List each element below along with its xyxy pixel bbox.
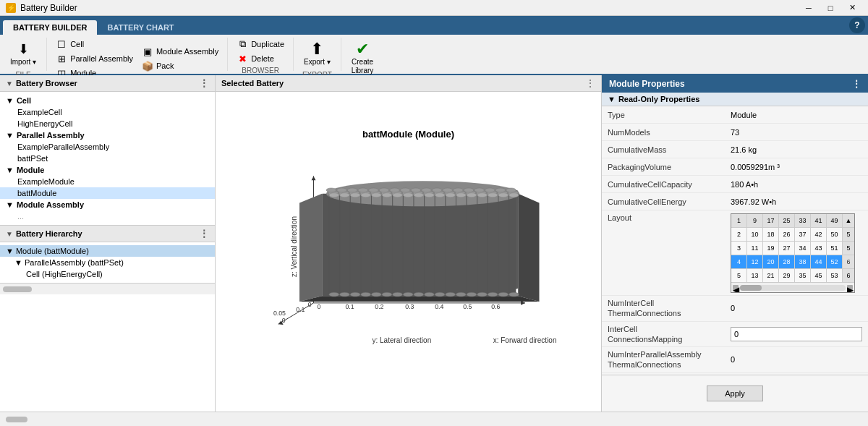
duplicate-label: Duplicate bbox=[251, 40, 284, 48]
tree-section-module[interactable]: ▼ Module bbox=[0, 164, 215, 176]
nummodels-value: 73 bbox=[731, 128, 862, 137]
tree-section-cell[interactable]: ▼ Cell bbox=[0, 95, 215, 106]
module-assembly-button[interactable]: ▣ Module Assembly bbox=[139, 45, 221, 58]
battery-browser-menu[interactable]: ⋮ bbox=[199, 77, 209, 89]
type-value: Module bbox=[731, 111, 862, 119]
export-button[interactable]: ⬆ Export ▾ bbox=[299, 38, 335, 69]
cell-button[interactable]: ☐ Cell bbox=[53, 38, 136, 51]
duplicate-button[interactable]: ⧉ Duplicate bbox=[234, 38, 287, 51]
delete-label: Delete bbox=[251, 54, 274, 63]
center-panel-menu[interactable]: ⋮ bbox=[585, 77, 595, 89]
num-interparallel-thermal-label: NumInterParallelAssemblyThermalConnectio… bbox=[608, 349, 731, 370]
prop-num-interparallel-thermal: NumInterParallelAssemblyThermalConnectio… bbox=[602, 347, 868, 373]
battery-svg: 0.05 0 0 0.1 0.2 0.3 0.4 0.5 0.6 0 0.05 bbox=[271, 145, 553, 341]
cell-icon: ☐ bbox=[56, 38, 67, 50]
parallel-assembly-section-arrow: ▼ bbox=[6, 131, 14, 140]
window-controls: ─ □ ✕ bbox=[799, 0, 862, 16]
intercell-mapping-label: InterCellConnectionsMapping bbox=[608, 324, 731, 345]
battery-hierarchy-header: ▼ Battery Hierarchy ⋮ bbox=[0, 226, 215, 242]
tree-section-module-assembly[interactable]: ▼ Module Assembly bbox=[0, 199, 215, 210]
cumulative-mass-value: 21.6 kg bbox=[731, 145, 862, 154]
tab-battery-chart[interactable]: BATTERY CHART bbox=[97, 20, 184, 35]
browser-collapse-arrow[interactable]: ▼ bbox=[6, 80, 13, 88]
left-panel: ▼ Battery Browser ⋮ ▼ Cell ExampleCell H… bbox=[0, 75, 216, 412]
svg-point-54 bbox=[485, 188, 495, 192]
import-button[interactable]: ⬇ Import ▾ bbox=[6, 38, 41, 69]
nummodels-label: NumModels bbox=[608, 128, 731, 137]
tab-battery-builder[interactable]: BATTERY BUILDER bbox=[3, 20, 97, 35]
svg-point-94 bbox=[339, 292, 349, 297]
tree-section-parallel-assembly[interactable]: ▼ Parallel Assembly bbox=[0, 129, 215, 141]
properties-scroll-area[interactable]: ▼ Read-Only Properties Type Module NumMo… bbox=[602, 93, 868, 375]
svg-point-81 bbox=[392, 193, 402, 197]
prop-cell-capacity: CumulativeCellCapacity 180 A•h bbox=[602, 176, 868, 193]
pack-button[interactable]: 📦 Pack bbox=[139, 59, 221, 72]
svg-point-82 bbox=[403, 193, 413, 197]
hier-item-parallel-assembly[interactable]: ▼ ParallelAssembly (battPSet) bbox=[0, 257, 215, 268]
tree-item-example-cell[interactable]: ExampleCell bbox=[0, 106, 215, 118]
svg-point-41 bbox=[347, 188, 357, 192]
selected-battery-tab[interactable]: Selected Battery bbox=[221, 79, 284, 88]
packaging-volume-label: PackagingVolume bbox=[608, 163, 731, 171]
apply-button[interactable]: Apply bbox=[707, 385, 763, 401]
svg-point-45 bbox=[389, 188, 399, 192]
cell-label: Cell bbox=[70, 40, 84, 48]
svg-point-43 bbox=[368, 188, 378, 192]
svg-point-79 bbox=[371, 193, 381, 197]
apply-section: Apply bbox=[602, 375, 868, 412]
hierarchy-collapse-arrow[interactable]: ▼ bbox=[6, 230, 13, 238]
layout-grid-container: 1 9 17 25 33 41 49 ▲ 2 10 18 bbox=[731, 213, 855, 293]
battery-browser-header: ▼ Battery Browser ⋮ bbox=[0, 75, 215, 92]
svg-point-39 bbox=[326, 188, 336, 192]
svg-text:0: 0 bbox=[317, 303, 320, 310]
tree-item-example-parallel-assembly[interactable]: ExampleParallelAssembly bbox=[0, 141, 215, 153]
parallel-assembly-button[interactable]: ⊞ Parallel Assembly bbox=[53, 52, 136, 65]
status-bar bbox=[0, 412, 868, 426]
type-label: Type bbox=[608, 111, 731, 119]
right-panel-menu[interactable]: ⋮ bbox=[852, 79, 861, 89]
ribbon-group-browser: ⧉ Duplicate ✖ Delete BROWSER bbox=[228, 38, 294, 71]
svg-point-99 bbox=[392, 292, 402, 297]
prop-cell-energy: CumulativeCellEnergy 3967.92 W•h bbox=[602, 193, 868, 210]
help-button[interactable]: ? bbox=[849, 17, 865, 33]
battery-hierarchy-menu[interactable]: ⋮ bbox=[199, 228, 209, 239]
parallel-assembly-section-label: Parallel Assembly bbox=[17, 131, 85, 140]
app-icon: ⚡ bbox=[6, 3, 16, 13]
svg-point-51 bbox=[453, 188, 463, 192]
maximize-button[interactable]: □ bbox=[820, 0, 841, 16]
readonly-section-header: ▼ Read-Only Properties bbox=[602, 93, 868, 106]
prop-packaging-volume: PackagingVolume 0.0059291m ³ bbox=[602, 158, 868, 176]
prop-type: Type Module bbox=[602, 106, 868, 124]
export-label: Export ▾ bbox=[304, 58, 331, 67]
create-library-button[interactable]: ✔ CreateLibrary bbox=[347, 38, 378, 78]
intercell-mapping-input[interactable] bbox=[731, 327, 862, 341]
title-bar: ⚡ Battery Builder ─ □ ✕ bbox=[0, 0, 868, 16]
close-button[interactable]: ✕ bbox=[842, 0, 862, 16]
svg-text:0.2: 0.2 bbox=[375, 303, 383, 310]
cell-capacity-value: 180 A•h bbox=[731, 180, 862, 189]
svg-point-52 bbox=[464, 188, 474, 192]
prop-cumulative-mass: CumulativeMass 21.6 kg bbox=[602, 141, 868, 158]
tree-item-batt-pset[interactable]: battPSet bbox=[0, 153, 215, 164]
tree-item-batt-module[interactable]: battModule bbox=[0, 187, 215, 199]
module-assembly-section-arrow: ▼ bbox=[6, 200, 14, 209]
svg-point-92 bbox=[509, 193, 519, 197]
hier-item-cell[interactable]: Cell (HighEnergyCell) bbox=[0, 268, 215, 280]
tree-item-example-module[interactable]: ExampleModule bbox=[0, 176, 215, 187]
num-intercell-thermal-label: NumInterCellThermalConnections bbox=[608, 298, 731, 319]
battery-browser-title: Battery Browser bbox=[16, 79, 77, 88]
svg-point-105 bbox=[456, 292, 466, 297]
prop-num-intercell-thermal: NumInterCellThermalConnections 0 bbox=[602, 296, 868, 322]
tree-item-high-energy-cell[interactable]: HighEnergyCell bbox=[0, 118, 215, 129]
num-interparallel-thermal-value: 0 bbox=[731, 355, 862, 364]
svg-point-98 bbox=[382, 292, 392, 297]
tree-item-module-assembly-placeholder[interactable]: ... bbox=[0, 210, 215, 222]
expand-readonly-arrow[interactable]: ▼ bbox=[608, 95, 616, 103]
layout-label: Layout bbox=[608, 213, 731, 222]
delete-button[interactable]: ✖ Delete bbox=[234, 52, 287, 65]
center-header: Selected Battery ⋮ bbox=[216, 75, 601, 92]
left-panel-scrollbar[interactable] bbox=[0, 283, 215, 294]
minimize-button[interactable]: ─ bbox=[799, 0, 819, 16]
hier-item-module[interactable]: ▼ Module (battModule) bbox=[0, 245, 215, 257]
svg-point-104 bbox=[445, 292, 455, 297]
